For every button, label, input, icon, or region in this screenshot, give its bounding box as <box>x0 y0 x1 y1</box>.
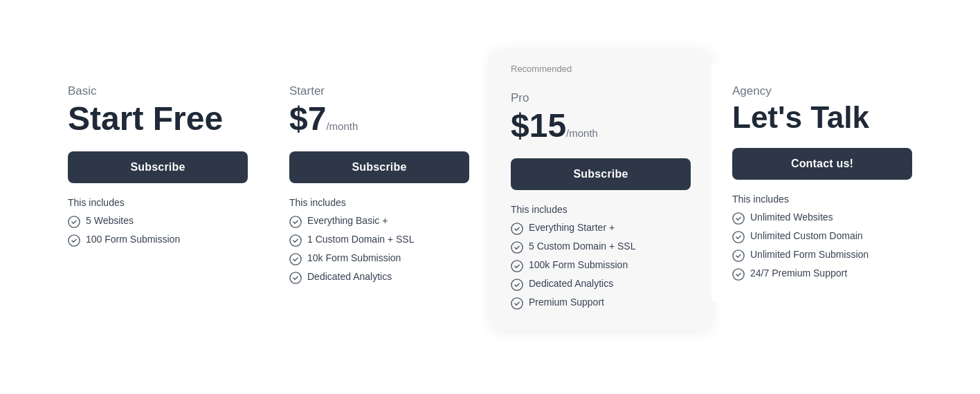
plan-price-pro: $15/month <box>511 108 691 144</box>
price-amount-basic: Start Free <box>68 100 223 137</box>
check-icon <box>289 216 302 228</box>
features-list-basic: 5 Websites 100 Form Submission <box>68 215 248 247</box>
feature-text: 100 Form Submission <box>86 234 180 245</box>
price-amount-pro: $15 <box>511 107 566 144</box>
subscribe-button-starter[interactable]: Subscribe <box>289 151 469 183</box>
feature-item: Unlimited Form Submission <box>732 249 912 262</box>
plan-card-starter: Starter$7/monthSubscribeThis includes Ev… <box>269 64 490 305</box>
plan-tier-pro: Pro <box>511 91 691 105</box>
feature-text: Unlimited Form Submission <box>750 249 869 260</box>
feature-text: 5 Custom Domain + SSL <box>529 241 635 252</box>
feature-item: 100 Form Submission <box>68 234 248 247</box>
check-icon <box>511 241 523 254</box>
price-period-pro: /month <box>566 127 598 139</box>
check-icon <box>511 297 523 310</box>
feature-item: Dedicated Analytics <box>289 271 469 284</box>
svg-point-0 <box>69 216 80 227</box>
feature-text: 24/7 Premium Support <box>750 268 847 279</box>
svg-point-4 <box>290 254 301 265</box>
svg-point-13 <box>733 250 744 261</box>
price-amount-starter: $7 <box>289 100 326 137</box>
feature-item: 5 Custom Domain + SSL <box>511 241 691 254</box>
svg-point-3 <box>290 235 301 246</box>
check-icon <box>289 272 302 284</box>
svg-point-12 <box>733 232 744 243</box>
feature-item: Unlimited Websites <box>732 212 912 225</box>
check-icon <box>289 234 302 247</box>
feature-text: Premium Support <box>529 297 604 308</box>
includes-label-pro: This includes <box>511 204 691 215</box>
plan-price-basic: Start Free <box>68 101 248 138</box>
check-icon <box>732 250 745 262</box>
contact-button[interactable]: Contact us! <box>732 148 912 180</box>
plan-price-starter: $7/month <box>289 101 469 138</box>
includes-label-basic: This includes <box>68 197 248 208</box>
feature-item: Premium Support <box>511 297 691 310</box>
plan-tier-starter: Starter <box>289 84 469 98</box>
feature-item: Everything Basic + <box>289 215 469 228</box>
includes-label-starter: This includes <box>289 197 469 208</box>
svg-point-6 <box>511 223 523 234</box>
plan-card-basic: BasicStart FreeSubscribeThis includes 5 … <box>47 64 269 268</box>
feature-text: Unlimited Websites <box>750 212 833 223</box>
svg-point-11 <box>733 213 744 224</box>
svg-point-8 <box>511 261 523 272</box>
price-period-starter: /month <box>326 120 358 132</box>
svg-point-7 <box>511 242 523 253</box>
plan-tier-agency: Agency <box>732 84 912 98</box>
feature-text: 100k Form Submission <box>529 259 628 270</box>
plan-price-agency: Let's Talk <box>732 101 912 134</box>
feature-item: 1 Custom Domain + SSL <box>289 234 469 247</box>
feature-text: Dedicated Analytics <box>307 271 392 282</box>
features-list-pro: Everything Starter + 5 Custom Domain + S… <box>511 222 691 310</box>
feature-text: Everything Starter + <box>529 222 615 233</box>
price-amount-agency: Let's Talk <box>732 100 869 134</box>
svg-point-9 <box>511 279 523 290</box>
subscribe-button-pro[interactable]: Subscribe <box>511 158 691 190</box>
subscribe-button-basic[interactable]: Subscribe <box>68 151 248 183</box>
feature-item: 5 Websites <box>68 215 248 228</box>
feature-item: Dedicated Analytics <box>511 278 691 291</box>
feature-text: Unlimited Custom Domain <box>750 230 863 241</box>
plan-card-pro: RecommendedPro$15/monthSubscribeThis inc… <box>490 50 711 330</box>
features-list-agency: Unlimited Websites Unlimited Custom Doma… <box>732 212 912 281</box>
feature-text: 5 Websites <box>86 215 134 226</box>
feature-item: 24/7 Premium Support <box>732 268 912 281</box>
recommended-badge: Recommended <box>511 64 572 74</box>
plan-card-agency: AgencyLet's TalkContact us!This includes… <box>711 64 933 301</box>
feature-text: Dedicated Analytics <box>529 278 613 289</box>
feature-item: Everything Starter + <box>511 222 691 235</box>
includes-label-agency: This includes <box>732 194 912 205</box>
check-icon <box>511 279 523 291</box>
check-icon <box>732 212 745 225</box>
check-icon <box>732 268 745 281</box>
feature-text: 1 Custom Domain + SSL <box>307 234 414 245</box>
pricing-container: BasicStart FreeSubscribeThis includes 5 … <box>0 36 980 358</box>
feature-text: Everything Basic + <box>307 215 388 226</box>
svg-point-5 <box>290 272 301 283</box>
plan-tier-basic: Basic <box>68 84 248 98</box>
check-icon <box>68 234 80 247</box>
feature-text: 10k Form Submission <box>307 252 401 263</box>
svg-point-1 <box>69 235 80 246</box>
check-icon <box>68 216 80 228</box>
check-icon <box>511 260 523 272</box>
features-list-starter: Everything Basic + 1 Custom Domain + SSL <box>289 215 469 284</box>
feature-item: 10k Form Submission <box>289 252 469 265</box>
check-icon <box>732 231 745 243</box>
svg-point-14 <box>733 269 744 280</box>
feature-item: 100k Form Submission <box>511 259 691 272</box>
check-icon <box>289 253 302 265</box>
feature-item: Unlimited Custom Domain <box>732 230 912 243</box>
check-icon <box>511 223 523 235</box>
svg-point-2 <box>290 216 301 227</box>
svg-point-10 <box>511 298 523 309</box>
